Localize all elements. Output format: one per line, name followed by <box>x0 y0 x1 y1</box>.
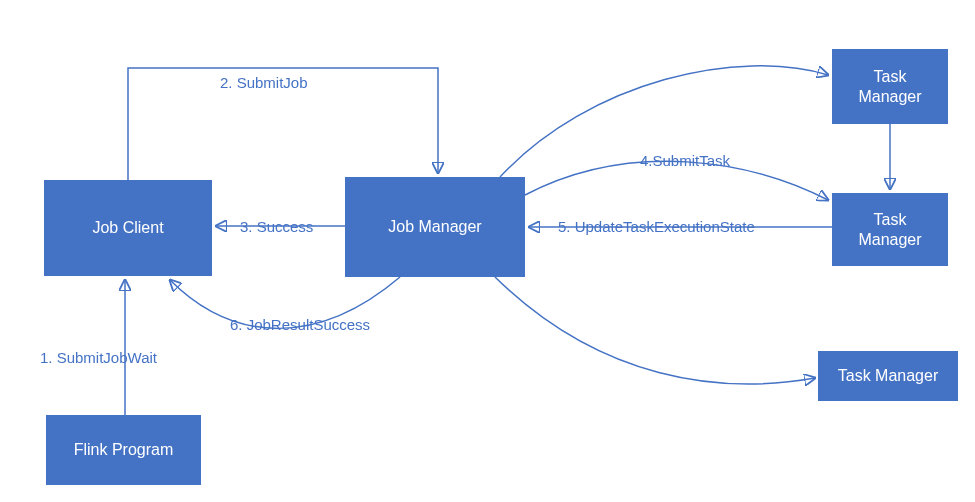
edge-label-4: 4.SubmitTask <box>640 152 730 169</box>
edge-label-1: 1. SubmitJobWait <box>40 349 157 366</box>
node-task-manager-3: Task Manager <box>818 351 958 401</box>
node-label: Job Manager <box>388 217 481 237</box>
node-label: Task Manager <box>838 366 939 386</box>
node-task-manager-1: Task Manager <box>832 49 948 124</box>
node-label: Task Manager <box>858 210 921 250</box>
edge-label-5: 5. UpdateTaskExecutionState <box>558 218 755 235</box>
edge-jm-tm3-arrow <box>495 277 815 384</box>
diagram-canvas: Flink Program Job Client Job Manager Tas… <box>0 0 975 502</box>
edge-label-6: 6. JobResultSuccess <box>230 316 370 333</box>
edge-label-2: 2. SubmitJob <box>220 74 308 91</box>
node-label: Job Client <box>92 218 163 238</box>
edge-label-3: 3. Success <box>240 218 313 235</box>
node-flink-program: Flink Program <box>46 415 201 485</box>
node-job-manager: Job Manager <box>345 177 525 277</box>
node-label: Task Manager <box>858 67 921 107</box>
node-task-manager-2: Task Manager <box>832 193 948 266</box>
node-job-client: Job Client <box>44 180 212 276</box>
node-label: Flink Program <box>74 440 174 460</box>
